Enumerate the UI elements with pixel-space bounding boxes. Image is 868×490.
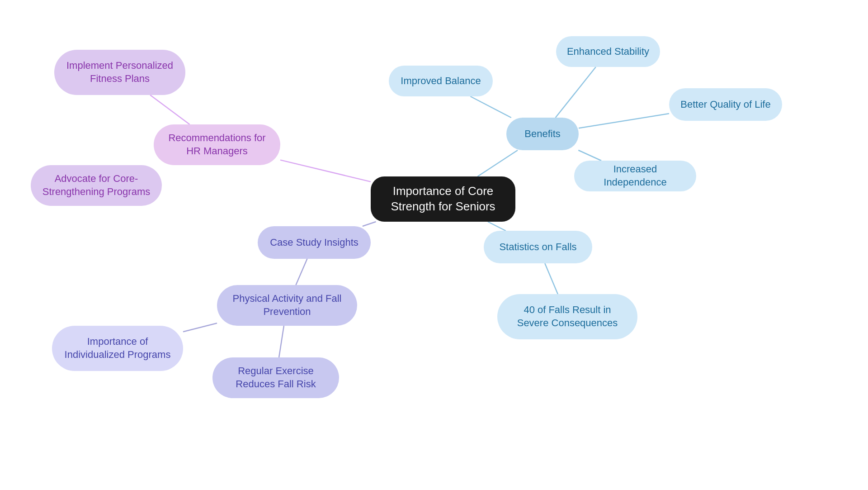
node-advocate[interactable]: Advocate for Core-Strengthening Programs <box>31 165 162 206</box>
node-case_study[interactable]: Case Study Insights <box>258 226 371 259</box>
node-recommendations[interactable]: Recommendations for HR Managers <box>154 124 280 165</box>
node-implement_plans[interactable]: Implement Personalized Fitness Plans <box>54 50 185 95</box>
node-better_quality[interactable]: Better Quality of Life <box>669 88 782 121</box>
node-regular_exercise[interactable]: Regular Exercise Reduces Fall Risk <box>212 357 339 398</box>
node-center[interactable]: Importance of Core Strength for Seniors <box>371 176 515 222</box>
node-physical_activity[interactable]: Physical Activity and Fall Prevention <box>217 285 357 326</box>
node-individualized[interactable]: Importance of Individualized Programs <box>52 326 183 371</box>
node-benefits[interactable]: Benefits <box>506 118 579 150</box>
node-statistics_falls[interactable]: Statistics on Falls <box>484 231 592 263</box>
node-forty_percent[interactable]: 40 of Falls Result in Severe Consequence… <box>497 294 637 339</box>
node-enhanced_stability[interactable]: Enhanced Stability <box>556 36 660 67</box>
node-increased_independence[interactable]: Increased Independence <box>574 161 696 191</box>
node-improved_balance[interactable]: Improved Balance <box>389 66 493 96</box>
mind-map: Importance of Core Strength for SeniorsB… <box>0 0 868 490</box>
